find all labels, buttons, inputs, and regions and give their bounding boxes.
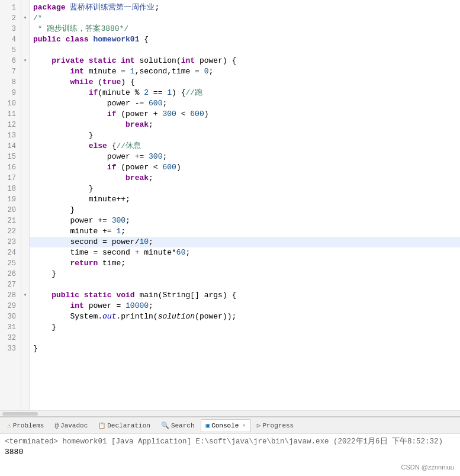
code-lines: package 蓝桥杯训练营第一周作业; /* * 跑步训练，答案3880*/ … xyxy=(30,0,460,410)
console-icon: ▣ xyxy=(206,422,210,429)
code-line: System.out.println(solution(power)); xyxy=(30,311,460,322)
code-line: /* xyxy=(30,13,460,24)
code-line: } xyxy=(30,269,460,279)
code-line: if (power < 600) xyxy=(30,162,460,173)
code-line: time = second + minute*60; xyxy=(30,247,460,258)
code-line: if(minute % 2 == 1) {//跑 xyxy=(30,88,460,98)
tab-progress[interactable]: ▷ Progress xyxy=(252,419,298,432)
tab-console[interactable]: ▣ Console ✕ xyxy=(201,419,251,432)
code-line: return time; xyxy=(30,258,460,269)
tab-search-label: Search xyxy=(171,422,195,429)
tabs-bar: ⚠ Problems @ Javadoc 📋 Declaration 🔍 Sea… xyxy=(0,417,460,433)
tab-search[interactable]: 🔍 Search xyxy=(156,419,200,432)
code-line: } xyxy=(30,184,460,194)
search-icon: 🔍 xyxy=(161,422,169,429)
code-line: } xyxy=(30,205,460,216)
tab-javadoc-label: Javadoc xyxy=(60,422,88,429)
code-line: } xyxy=(30,322,460,333)
code-line: while (true) { xyxy=(30,77,460,88)
code-line: int power = 10000; xyxy=(30,301,460,311)
tab-problems[interactable]: ⚠ Problems xyxy=(2,419,49,432)
tab-progress-label: Progress xyxy=(262,422,294,429)
console-terminated: <terminated> homework01 [Java Applicatio… xyxy=(5,436,455,447)
tab-console-label: Console xyxy=(211,422,239,429)
code-line: private static int solution(int power) { xyxy=(30,56,460,66)
code-line: break; xyxy=(30,173,460,184)
console-area: <terminated> homework01 [Java Applicatio… xyxy=(0,433,460,476)
tab-console-close: ✕ xyxy=(242,422,245,429)
code-line: int minute = 1,second,time = 0; xyxy=(30,66,460,77)
progress-icon: ▷ xyxy=(257,422,261,429)
code-line xyxy=(30,45,460,56)
console-output: 3880 xyxy=(5,447,455,458)
code-container: 1 2 3 4 5 6 7 8 9 10 11 12 13 14 15 16 1… xyxy=(0,0,460,410)
code-line: * 跑步训练，答案3880*/ xyxy=(30,24,460,34)
problems-icon: ⚠ xyxy=(7,422,11,429)
code-line: else {//休息 xyxy=(30,141,460,152)
code-line: minute++; xyxy=(30,194,460,205)
code-line: power += 300; xyxy=(30,216,460,226)
tab-declaration-label: Declaration xyxy=(107,422,150,429)
tab-problems-label: Problems xyxy=(13,422,44,429)
line-numbers: 1 2 3 4 5 6 7 8 9 10 11 12 13 14 15 16 1… xyxy=(0,0,21,410)
scrollbar-x[interactable] xyxy=(0,410,460,416)
code-line: } xyxy=(30,130,460,141)
tab-javadoc[interactable]: @ Javadoc xyxy=(50,419,92,432)
editor-area: 1 2 3 4 5 6 7 8 9 10 11 12 13 14 15 16 1… xyxy=(0,0,460,417)
code-line: power += 300; xyxy=(30,152,460,162)
tab-declaration[interactable]: 📋 Declaration xyxy=(94,419,155,432)
declaration-icon: 📋 xyxy=(98,422,105,429)
fold-gutter[interactable]: ▾ ▾ ▾ xyxy=(21,0,30,410)
code-line: public class homework01 { xyxy=(30,34,460,45)
code-line: public static void main(String[] args) { xyxy=(30,290,460,301)
code-line: power -= 600; xyxy=(30,98,460,109)
watermark: CSDN @zznnniuu xyxy=(401,462,454,472)
code-line-highlighted: second = power/10; xyxy=(30,237,460,247)
code-line: minute += 1; xyxy=(30,226,460,237)
scrollbar-thumb xyxy=(2,412,38,416)
javadoc-icon: @ xyxy=(54,422,59,429)
code-line: break; xyxy=(30,120,460,130)
code-line: package 蓝桥杯训练营第一周作业; xyxy=(30,2,460,13)
code-line: if (power + 300 < 600) xyxy=(30,109,460,120)
code-line xyxy=(30,333,460,343)
code-line: } xyxy=(30,343,460,354)
code-line xyxy=(30,279,460,290)
